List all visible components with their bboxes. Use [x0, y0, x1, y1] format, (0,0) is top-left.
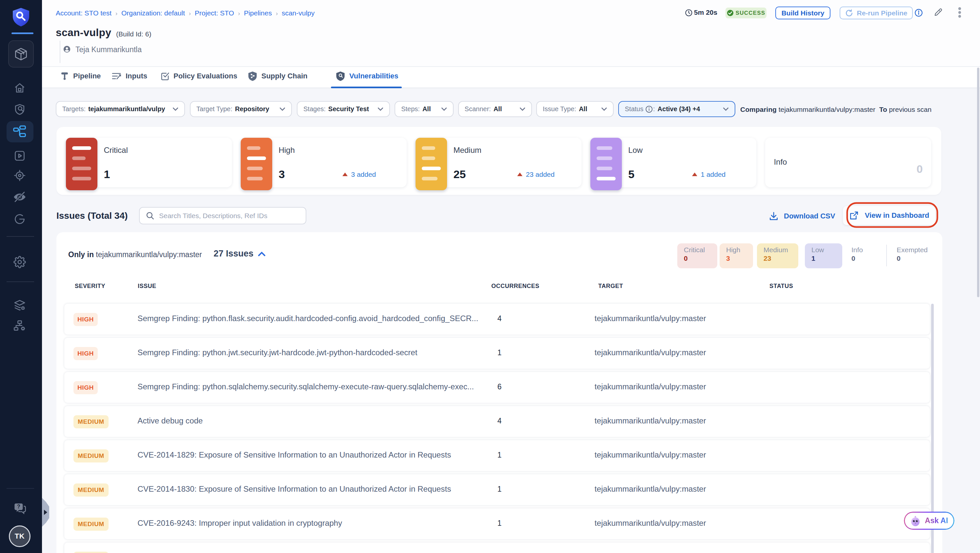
svg-text:?: ? — [17, 504, 20, 509]
